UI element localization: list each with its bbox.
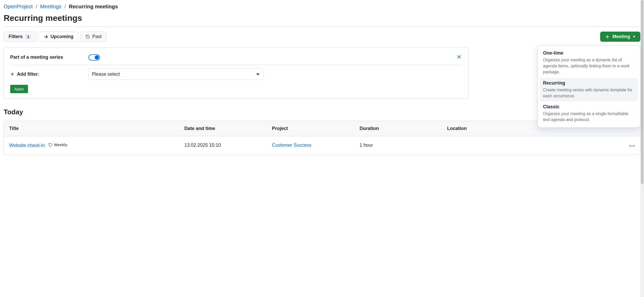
dropdown-item-desc: Organize your meeting as a dynamic list … <box>543 57 635 75</box>
svg-point-9 <box>634 145 635 146</box>
scrollbar-thumb[interactable] <box>641 0 643 165</box>
series-toggle[interactable] <box>88 54 100 61</box>
breadcrumb-root[interactable]: OpenProject <box>4 4 33 9</box>
recurring-icon <box>48 143 52 147</box>
filter-row-add: Add filter: Please select <box>10 65 462 83</box>
breadcrumb-current: Recurring meetings <box>69 4 118 9</box>
svg-point-7 <box>629 145 630 146</box>
filters-panel: Part of a meeting series Add filter: Ple… <box>4 47 468 99</box>
dropdown-item-one-time[interactable]: One-time Organize your meeting as a dyna… <box>540 48 638 78</box>
plus-icon <box>10 72 14 76</box>
page-title: Recurring meetings <box>4 13 640 23</box>
add-filter-label: Add filter: <box>10 72 88 77</box>
filter-series-label: Part of a meeting series <box>10 55 88 60</box>
svg-point-8 <box>631 145 633 146</box>
dropdown-item-title: Classic <box>543 104 635 110</box>
filters-label: Filters <box>9 34 23 39</box>
new-meeting-label: Meeting <box>612 34 630 39</box>
table-row: Website check-in Weekly 13.02.2025 15:10… <box>4 136 640 155</box>
past-tab[interactable]: Past <box>80 32 106 42</box>
toolbar: Filters 1 Upcoming Past Meeting <box>4 32 640 42</box>
breadcrumb-module[interactable]: Meetings <box>40 4 61 9</box>
project-link[interactable]: Customer Success <box>272 142 311 148</box>
add-filter-select[interactable]: Please select <box>88 69 263 80</box>
dropdown-item-desc: Create meeting series with dynamic templ… <box>543 87 635 99</box>
breadcrumb: OpenProject / Meetings / Recurring meeti… <box>4 4 640 10</box>
upcoming-tab[interactable]: Upcoming <box>39 32 78 42</box>
frequency-badge: Weekly <box>48 142 67 147</box>
dropdown-item-title: Recurring <box>543 80 635 86</box>
breadcrumb-separator: / <box>64 4 66 9</box>
meeting-type-dropdown: One-time Organize your meeting as a dyna… <box>538 45 640 128</box>
upcoming-label: Upcoming <box>50 34 73 39</box>
dropdown-item-classic[interactable]: Classic Organize your meeting as a singl… <box>540 102 638 125</box>
col-header-project: Project <box>272 126 360 131</box>
history-icon <box>85 34 90 39</box>
meeting-title-link[interactable]: Website check-in <box>9 143 45 148</box>
filter-row-series: Part of a meeting series <box>10 52 462 65</box>
toggle-knob <box>95 55 99 60</box>
add-filter-text: Add filter: <box>17 72 39 77</box>
col-header-date: Date and time <box>184 126 272 131</box>
scrollbar[interactable] <box>640 0 644 165</box>
filters-count-badge: 1 <box>25 34 32 39</box>
dropdown-item-desc: Organize your meeting as a single format… <box>543 111 635 123</box>
caret-down-icon <box>633 35 635 38</box>
cell-date: 13.02.2025 15:10 <box>184 142 272 148</box>
divider <box>4 27 640 27</box>
apply-filters-button[interactable]: Apply <box>10 85 28 93</box>
row-actions-button[interactable] <box>629 145 635 147</box>
plus-icon <box>605 34 610 39</box>
remove-filter-button[interactable] <box>456 54 462 61</box>
cell-duration: 1 hour <box>360 142 447 148</box>
filters-toggle-button[interactable]: Filters 1 <box>4 32 37 42</box>
col-header-duration: Duration <box>360 126 447 131</box>
col-header-title: Title <box>9 126 184 131</box>
breadcrumb-separator: / <box>36 4 37 9</box>
new-meeting-button[interactable]: Meeting <box>600 32 640 42</box>
dropdown-item-title: One-time <box>543 50 635 56</box>
frequency-text: Weekly <box>54 142 67 147</box>
kebab-icon <box>629 145 635 147</box>
dropdown-item-recurring[interactable]: Recurring Create meeting series with dyn… <box>540 78 638 102</box>
past-label: Past <box>92 34 102 39</box>
arrow-right-icon <box>44 34 48 39</box>
close-icon <box>457 55 461 59</box>
